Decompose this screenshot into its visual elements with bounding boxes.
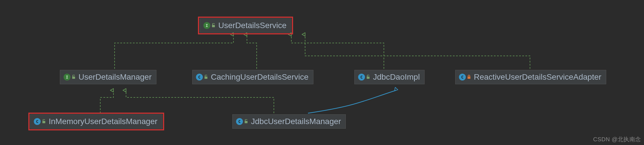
svg-rect-5 <box>42 121 45 123</box>
node-label: ReactiveUserDetailsServiceAdapter <box>474 72 601 82</box>
type-class-icon: C <box>459 74 471 81</box>
type-class-icon: C <box>34 118 46 125</box>
type-class-icon: C <box>236 118 248 125</box>
node-label: UserDetailsManager <box>78 72 152 82</box>
type-class-icon: C <box>196 74 208 81</box>
lock-open-icon <box>211 23 215 28</box>
type-interface-icon: I <box>64 74 76 81</box>
node-user-details-service: I UserDetailsService <box>200 18 291 33</box>
node-jdbc-dao-impl: C JdbcDaoImpl <box>354 70 425 84</box>
node-in-memory-user-details-manager: C InMemoryUserDetailsManager <box>30 114 162 129</box>
lock-open-icon <box>366 75 370 79</box>
svg-rect-4 <box>468 77 470 79</box>
node-user-details-manager: I UserDetailsManager <box>60 70 156 84</box>
svg-rect-3 <box>367 77 370 79</box>
node-label: JdbcUserDetailsManager <box>251 117 341 126</box>
lock-closed-icon <box>467 75 471 79</box>
lock-open-icon <box>204 75 208 79</box>
lock-open-icon <box>72 75 76 79</box>
svg-rect-6 <box>245 121 248 123</box>
node-caching-user-details-service: C CachingUserDetailsService <box>192 70 313 84</box>
watermark-text: CSDN @北执南念 <box>593 136 641 143</box>
svg-rect-1 <box>72 77 75 79</box>
node-reactive-user-details-service-adapter: C ReactiveUserDetailsServiceAdapter <box>455 70 606 84</box>
lock-open-icon <box>244 119 248 124</box>
svg-rect-0 <box>212 25 215 27</box>
node-jdbc-user-details-manager: C JdbcUserDetailsManager <box>232 114 346 129</box>
node-label: CachingUserDetailsService <box>211 72 309 82</box>
type-class-icon: C <box>358 74 370 81</box>
node-label: InMemoryUserDetailsManager <box>49 117 158 126</box>
lock-open-icon <box>42 119 46 124</box>
svg-rect-2 <box>205 77 207 79</box>
node-label: JdbcDaoImpl <box>373 72 420 82</box>
node-label: UserDetailsService <box>218 21 286 30</box>
type-interface-icon: I <box>203 22 215 29</box>
